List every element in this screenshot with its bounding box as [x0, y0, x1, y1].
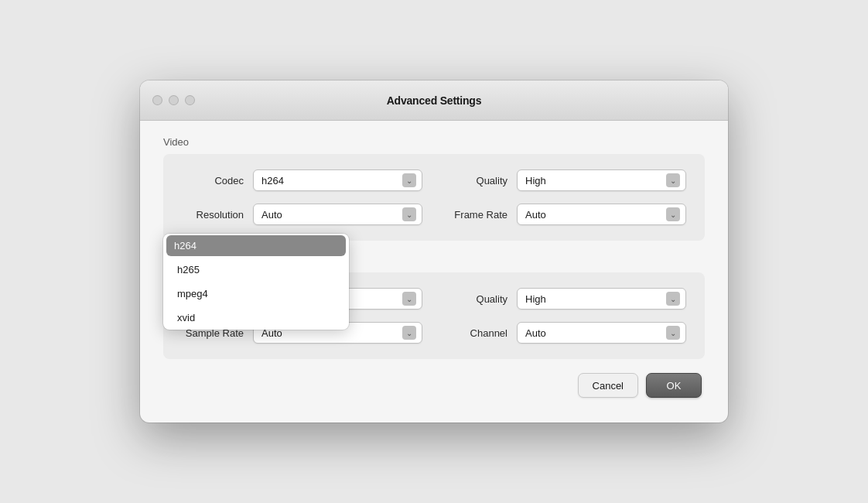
video-quality-select-wrapper: High Medium Low ⌄ [517, 169, 686, 191]
traffic-lights [152, 95, 195, 105]
codec-dropdown-overlay: h264 h265 mpeg4 xvid [163, 234, 349, 330]
video-section-label: Video [163, 136, 705, 148]
video-resolution-label: Resolution [182, 209, 244, 221]
audio-quality-select[interactable]: High Medium Low [517, 288, 686, 310]
audio-quality-label: Quality [446, 293, 507, 305]
advanced-settings-window: Advanced Settings Video Codec h264 h265 … [140, 80, 728, 423]
video-codec-label: Codec [182, 175, 244, 186]
video-codec-select[interactable]: h264 h265 mpeg4 xvid [253, 169, 422, 191]
audio-channel-select-wrapper: Auto Mono Stereo ⌄ [517, 322, 686, 344]
close-button[interactable] [152, 95, 162, 105]
video-quality-row: Quality High Medium Low ⌄ [446, 169, 686, 191]
dropdown-item-h265[interactable]: h265 [163, 258, 349, 282]
audio-channel-label: Channel [446, 327, 507, 339]
audio-channel-row: Channel Auto Mono Stereo ⌄ [446, 322, 686, 344]
window-title: Advanced Settings [387, 94, 482, 107]
video-resolution-select-wrapper: Auto 1080p 720p 480p ⌄ [253, 204, 422, 225]
video-framerate-row: Frame Rate Auto 24 30 60 ⌄ [446, 204, 686, 225]
video-codec-select-wrapper: h264 h265 mpeg4 xvid ⌄ [253, 169, 422, 191]
ok-button[interactable]: OK [646, 373, 702, 398]
zoom-button[interactable] [185, 95, 195, 105]
dropdown-item-h264[interactable]: h264 [166, 235, 346, 256]
video-codec-row: Codec h264 h265 mpeg4 xvid ⌄ [182, 169, 422, 191]
bottom-bar: Cancel OK [163, 373, 705, 401]
dropdown-item-mpeg4[interactable]: mpeg4 [163, 282, 349, 306]
video-framerate-select[interactable]: Auto 24 30 60 [517, 204, 686, 225]
cancel-button[interactable]: Cancel [578, 373, 638, 398]
audio-channel-select[interactable]: Auto Mono Stereo [517, 322, 686, 344]
video-quality-label: Quality [446, 175, 507, 186]
video-resolution-select[interactable]: Auto 1080p 720p 480p [253, 204, 422, 225]
video-form-grid: Codec h264 h265 mpeg4 xvid ⌄ Quality [182, 169, 686, 225]
video-framerate-select-wrapper: Auto 24 30 60 ⌄ [517, 204, 686, 225]
title-bar: Advanced Settings [140, 80, 728, 121]
audio-quality-select-wrapper: High Medium Low ⌄ [517, 288, 686, 310]
audio-quality-row: Quality High Medium Low ⌄ [446, 288, 686, 310]
minimize-button[interactable] [169, 95, 179, 105]
video-quality-select[interactable]: High Medium Low [517, 169, 686, 191]
video-section-box: Codec h264 h265 mpeg4 xvid ⌄ Quality [163, 154, 705, 241]
video-framerate-label: Frame Rate [446, 209, 507, 221]
dropdown-item-xvid[interactable]: xvid [163, 306, 349, 330]
video-resolution-row: Resolution Auto 1080p 720p 480p ⌄ [182, 204, 422, 225]
